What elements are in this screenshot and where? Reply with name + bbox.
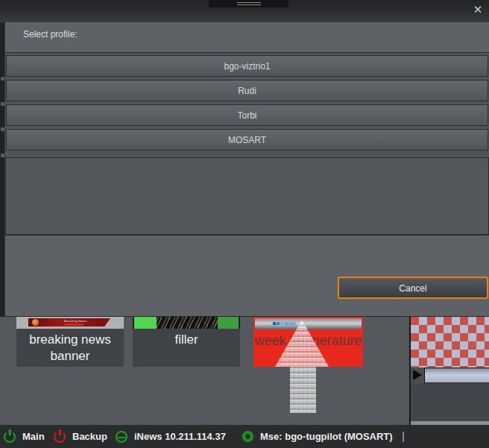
basketball-icon [32, 319, 39, 326]
play-icon [413, 370, 422, 380]
tile-label: week temperature [253, 330, 363, 367]
select-profile-dialog: Select profile: bgo-viztrio1 Rudi Torbi … [4, 22, 489, 317]
dialog-title: Select profile: [23, 29, 78, 40]
media-panel-body [411, 383, 489, 421]
greenscreen-left [134, 317, 157, 329]
tile-thumbnail [133, 317, 240, 329]
status-inews: iNews 10.211.114.37 [116, 425, 226, 448]
profile-button-rudi[interactable]: Rudi [6, 80, 488, 101]
status-separator: | [402, 429, 405, 442]
profile-button-bgo-viztrio1[interactable]: bgo-viztrio1 [6, 55, 488, 77]
mse-engine-icon [242, 431, 253, 442]
status-main-label: Main [22, 431, 45, 442]
timeline-bar[interactable] [425, 368, 489, 382]
profile-button-mosart[interactable]: MOSART [6, 129, 488, 151]
tile-thumbnail: Breaking News [16, 317, 124, 329]
banner-text: Breaking News [64, 319, 87, 323]
profile-list-empty-area [5, 157, 489, 235]
news-logo-icon: NEWS [273, 321, 296, 326]
tile-label: filler [133, 329, 240, 367]
status-inews-label: iNews 10.211.114.37 [134, 431, 226, 442]
status-mse-label: Mse: bgo-tugpilot (MOSART) [260, 431, 393, 442]
road-image [157, 317, 219, 329]
drag-handle-icon[interactable] [209, 0, 288, 7]
status-backup: Backup [54, 425, 107, 448]
tile-filler[interactable]: filler [133, 317, 240, 367]
power-on-icon [4, 431, 16, 443]
cancel-button[interactable]: Cancel [338, 277, 488, 299]
play-button[interactable] [411, 367, 425, 383]
status-mse: Mse: bgo-tugpilot (MOSART) [242, 425, 393, 448]
banner-strip [64, 324, 83, 326]
tile-label: breaking news banner [16, 329, 124, 367]
greenscreen-right [218, 317, 239, 329]
status-main: Main [4, 425, 45, 448]
profile-button-torbi[interactable]: Torbi [6, 104, 488, 126]
close-icon[interactable]: ✕ [471, 2, 485, 17]
tile-thumbnail: NEWS [255, 318, 362, 329]
power-off-icon [54, 431, 66, 443]
dialog-titlebar: ✕ [0, 0, 489, 22]
connection-icon [116, 431, 127, 443]
tile-week-temperature[interactable]: NEWS week temperature [253, 317, 363, 367]
transparency-checker-thumbnail[interactable] [411, 317, 489, 367]
status-backup-label: Backup [72, 431, 107, 442]
status-bar: Main Backup iNews 10.211.114.37 Mse: bgo… [0, 425, 489, 448]
tile-breaking-news-banner[interactable]: Breaking News breaking news banner [16, 317, 124, 367]
timeline-row [411, 367, 489, 383]
